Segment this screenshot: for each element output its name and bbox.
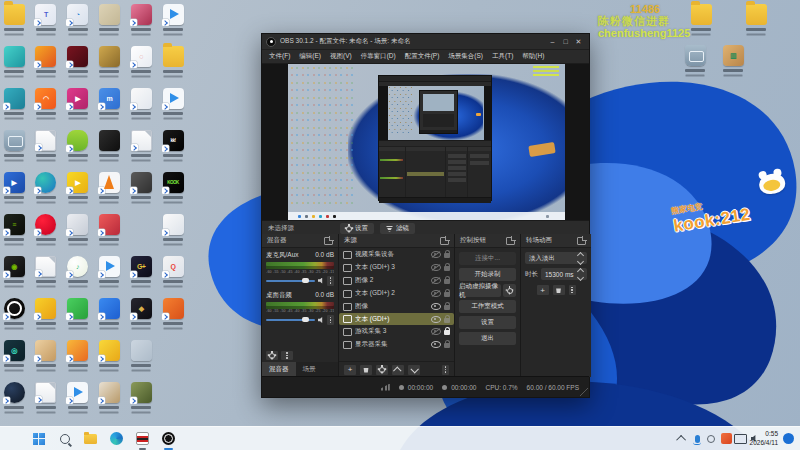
- obs-titlebar[interactable]: OBS 30.1.2 - 配置文件: 未命名 - 场景: 未命名 – □ ✕: [262, 34, 589, 50]
- search-button[interactable]: [56, 430, 73, 447]
- desktop-icon-steam[interactable]: [0, 382, 29, 409]
- visibility-eye-icon[interactable]: [431, 277, 441, 284]
- visibility-eye-icon[interactable]: [431, 341, 441, 348]
- remove-transition-button[interactable]: [553, 285, 565, 295]
- desktop-icon-qr-app[interactable]: [126, 172, 156, 199]
- control-button[interactable]: 启动虚拟摄像机: [459, 284, 501, 297]
- source-filters-button[interactable]: 滤镜: [380, 223, 415, 234]
- transition-select[interactable]: 淡入淡出: [525, 252, 587, 264]
- transition-menu-button[interactable]: [569, 285, 576, 295]
- desktop-icon-doc-2[interactable]: [31, 382, 61, 409]
- desktop-icon-goose-app[interactable]: [126, 88, 156, 115]
- resize-grip[interactable]: [580, 388, 588, 396]
- desktop-icon-game-app[interactable]: [126, 382, 156, 409]
- desktop-icon-red-cartoon-app[interactable]: [94, 214, 124, 241]
- tray-chevron-button[interactable]: [676, 430, 688, 447]
- control-button[interactable]: 工作室模式: [459, 300, 516, 313]
- menu-item[interactable]: 场景集合(S): [448, 52, 483, 61]
- speaker-icon[interactable]: [318, 317, 324, 323]
- visibility-eye-icon[interactable]: [431, 264, 441, 271]
- desktop-icon-edge-browser[interactable]: [31, 172, 61, 199]
- popout-icon[interactable]: [577, 237, 586, 245]
- move-up-button[interactable]: [392, 365, 404, 375]
- desktop-icon-player-app[interactable]: [158, 4, 188, 31]
- source-row[interactable]: 显示器采集: [339, 338, 454, 351]
- source-properties-button[interactable]: [376, 365, 388, 375]
- desktop-icon-player-app-2[interactable]: [158, 88, 188, 115]
- file-explorer-button[interactable]: [82, 430, 99, 447]
- virtualcam-config-button[interactable]: [503, 284, 516, 297]
- desktop-icon-potplayer[interactable]: ▶: [63, 172, 93, 199]
- add-source-button[interactable]: +: [344, 365, 356, 375]
- desktop-icon-darkred-app[interactable]: [63, 46, 93, 73]
- red-app-button[interactable]: [134, 430, 151, 447]
- desktop-icon-penguin-app[interactable]: [158, 214, 188, 241]
- desktop-icon-card-app[interactable]: [94, 4, 124, 31]
- menu-item[interactable]: 帮助(H): [522, 52, 544, 61]
- transitions-dock-header[interactable]: 转场动画: [521, 234, 591, 248]
- remove-source-button[interactable]: [360, 365, 372, 375]
- popout-icon[interactable]: [324, 237, 333, 245]
- desktop-icon-chart-app[interactable]: ◔: [63, 4, 93, 31]
- desktop-icon-nvidia-app[interactable]: ◉: [0, 256, 29, 283]
- obs-preview-canvas[interactable]: [262, 64, 589, 220]
- desktop-icon-flame-app[interactable]: [31, 46, 61, 73]
- move-down-button[interactable]: [408, 365, 420, 375]
- source-row[interactable]: 文本 (GDI+) 2: [339, 287, 454, 300]
- visibility-eye-icon[interactable]: [431, 290, 441, 297]
- menu-item[interactable]: 视图(V): [330, 52, 352, 61]
- desktop-icon-archive-box-app[interactable]: ▥: [718, 45, 748, 72]
- desktop-icon-orange-card-app[interactable]: [158, 298, 188, 325]
- control-button[interactable]: 连接中...: [459, 252, 516, 265]
- desktop-icon-cube-app[interactable]: [0, 88, 29, 115]
- desktop-icon-netease-music[interactable]: [31, 214, 61, 241]
- source-row[interactable]: 文本 (GDI+): [339, 313, 454, 325]
- popout-icon[interactable]: [506, 237, 515, 245]
- popout-icon[interactable]: [440, 237, 449, 245]
- desktop-icon-tiger-app[interactable]: [63, 340, 93, 367]
- source-row[interactable]: 文本 (GDI+) 3: [339, 261, 454, 274]
- desktop-icon-folder-2[interactable]: [158, 46, 188, 73]
- volume-slider[interactable]: [266, 280, 315, 282]
- desktop-icon-kook-app[interactable]: KOOK: [158, 172, 188, 199]
- desktop-icon-idm-doc[interactable]: [31, 256, 61, 283]
- tray-orange-app-button[interactable]: [720, 430, 732, 447]
- desktop-icon-player-app-4[interactable]: [63, 382, 93, 409]
- menu-item[interactable]: 停靠窗口(D): [361, 52, 396, 61]
- source-row[interactable]: 图像 2: [339, 274, 454, 287]
- desktop-icon-tt-voice[interactable]: [31, 298, 61, 325]
- desktop-icon-player-app-3[interactable]: [94, 256, 124, 283]
- lock-icon[interactable]: [444, 266, 450, 271]
- close-button[interactable]: ✕: [572, 38, 585, 46]
- desktop-icon-control-panel-app[interactable]: [63, 214, 93, 241]
- desktop-icon-recycle-bin[interactable]: [0, 130, 29, 157]
- desktop-icon-faded-app[interactable]: [126, 340, 156, 367]
- mixer-dock-header[interactable]: 混音器: [262, 234, 338, 248]
- source-row[interactable]: 视频采集设备: [339, 248, 454, 261]
- desktop-icon-toolbox-app[interactable]: [94, 340, 124, 367]
- lock-icon[interactable]: [444, 330, 450, 335]
- sources-dock-header[interactable]: 来源: [339, 234, 454, 248]
- desktop-icon-box-app[interactable]: [31, 340, 61, 367]
- mixer-menu-button[interactable]: [281, 351, 293, 360]
- add-transition-button[interactable]: +: [537, 285, 549, 295]
- edge-button[interactable]: [108, 430, 125, 447]
- control-button[interactable]: 设置: [459, 316, 516, 329]
- visibility-eye-icon[interactable]: [431, 251, 441, 258]
- desktop-icon-video-player-app[interactable]: ▶: [0, 172, 29, 199]
- maximize-button[interactable]: □: [559, 38, 572, 45]
- desktop-icon-text-doc[interactable]: [31, 130, 61, 157]
- tray-display-button[interactable]: [734, 430, 747, 447]
- start-button[interactable]: [30, 430, 47, 447]
- desktop-icon-qq-music[interactable]: ♪: [63, 256, 93, 283]
- controls-dock-header[interactable]: 控制按钮: [455, 234, 520, 248]
- desktop-icon-vlc-player[interactable]: [94, 172, 124, 199]
- control-button[interactable]: 开始录制: [459, 268, 516, 281]
- desktop-icon-black-card-app[interactable]: [94, 130, 124, 157]
- channel-menu-button[interactable]: [327, 315, 334, 325]
- duration-spinbox[interactable]: 15300 ms: [541, 268, 587, 280]
- menu-item[interactable]: 文件(F): [269, 52, 290, 61]
- visibility-eye-icon[interactable]: [431, 303, 441, 310]
- lock-icon[interactable]: [444, 343, 450, 348]
- source-settings-button[interactable]: 设置: [340, 223, 374, 234]
